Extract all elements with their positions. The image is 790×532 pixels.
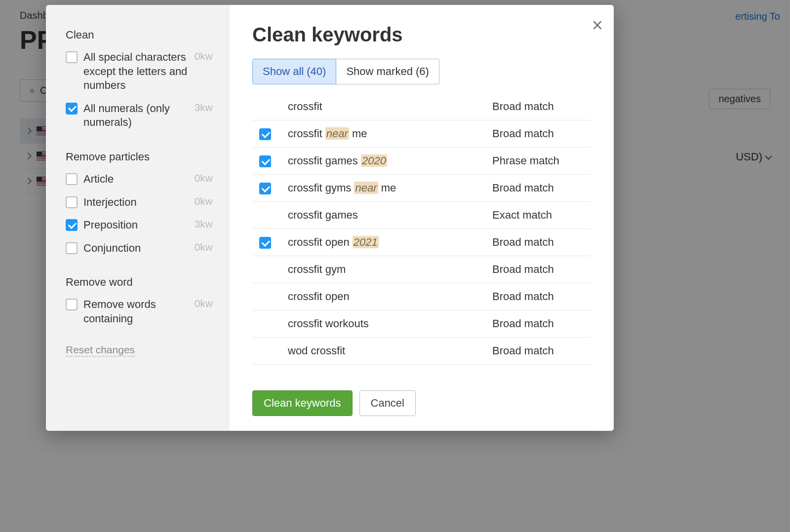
option-label: Preposition xyxy=(83,218,189,232)
checkbox[interactable] xyxy=(259,183,271,194)
clean-keywords-button[interactable]: Clean keywords xyxy=(252,390,353,416)
keyword-match-type: Broad match xyxy=(492,290,591,303)
keyword-row: wod crossfitBroad match xyxy=(252,338,591,365)
option-article[interactable]: Article 0kw xyxy=(66,172,213,187)
highlight: 2020 xyxy=(361,154,387,167)
keyword-match-type: Broad match xyxy=(492,100,591,113)
checkbox[interactable] xyxy=(66,196,78,208)
checkbox[interactable] xyxy=(66,103,78,114)
keyword-text: crossfit open 2021 xyxy=(288,236,492,249)
checkbox[interactable] xyxy=(259,128,271,140)
modal-sidebar: Clean All special characters except the … xyxy=(46,5,230,431)
keyword-row: crossfitBroad match xyxy=(252,93,591,120)
keyword-row: crossfit games 2020Phrase match xyxy=(252,148,591,175)
option-special-chars[interactable]: All special characters except the letter… xyxy=(66,50,213,93)
highlight: near xyxy=(325,127,349,140)
highlight: near xyxy=(354,182,378,194)
option-count: 0kw xyxy=(195,298,213,309)
keyword-row: crossfit gamesExact match xyxy=(252,202,591,229)
section-clean-title: Clean xyxy=(66,29,213,41)
keyword-match-type: Broad match xyxy=(492,317,591,330)
cancel-button[interactable]: Cancel xyxy=(359,390,416,416)
keyword-match-type: Broad match xyxy=(492,127,591,140)
clean-keywords-modal: Clean All special characters except the … xyxy=(46,5,614,431)
keyword-check-col xyxy=(252,182,288,194)
close-icon: × xyxy=(592,15,603,36)
option-count: 0kw xyxy=(195,172,213,184)
keyword-text: crossfit open xyxy=(288,290,492,303)
keyword-row: crossfit workoutsBroad match xyxy=(252,310,591,338)
option-count: 3kw xyxy=(195,102,213,114)
option-preposition[interactable]: Preposition 3kw xyxy=(66,218,213,232)
highlight: 2021 xyxy=(353,236,379,248)
checkbox[interactable] xyxy=(66,219,78,231)
modal-footer: Clean keywords Cancel xyxy=(252,390,591,416)
modal-title: Clean keywords xyxy=(252,24,591,46)
keyword-text: crossfit gym xyxy=(288,263,492,276)
option-label: Remove words containing xyxy=(83,298,189,326)
keyword-check-col xyxy=(252,154,288,167)
keyword-match-type: Exact match xyxy=(492,209,591,222)
keyword-text: crossfit games 2020 xyxy=(288,154,492,167)
option-label: All special characters except the letter… xyxy=(83,50,189,93)
keyword-check-col xyxy=(252,127,288,140)
keyword-text: crossfit xyxy=(288,100,492,113)
keyword-match-type: Broad match xyxy=(492,263,591,276)
option-remove-words[interactable]: Remove words containing 0kw xyxy=(66,298,213,326)
reset-changes-link[interactable]: Reset changes xyxy=(66,344,135,357)
checkbox[interactable] xyxy=(66,51,78,63)
option-label: All numerals (only numerals) xyxy=(83,102,189,130)
checkbox[interactable] xyxy=(66,299,78,310)
keyword-text: crossfit near me xyxy=(288,127,492,140)
keyword-match-type: Broad match xyxy=(492,344,591,357)
keyword-row: crossfit gymBroad match xyxy=(252,256,591,283)
keyword-text: crossfit games xyxy=(288,209,492,222)
tab-group: Show all (40) Show marked (6) xyxy=(252,59,591,84)
tab-show-all[interactable]: Show all (40) xyxy=(252,59,336,84)
section-word-title: Remove word xyxy=(66,276,213,289)
option-count: 0kw xyxy=(195,195,213,207)
keyword-match-type: Broad match xyxy=(492,182,591,194)
keyword-text: crossfit gyms near me xyxy=(288,182,492,194)
checkbox[interactable] xyxy=(66,242,78,254)
keyword-row: crossfit openBroad match xyxy=(252,283,591,310)
keyword-check-col xyxy=(252,236,288,249)
checkbox[interactable] xyxy=(259,237,271,249)
option-numerals[interactable]: All numerals (only numerals) 3kw xyxy=(66,102,213,130)
keyword-row: crossfit gyms near meBroad match xyxy=(252,175,591,202)
option-label: Article xyxy=(83,172,189,187)
option-count: 0kw xyxy=(195,241,213,253)
keyword-match-type: Broad match xyxy=(492,236,591,249)
option-label: Interjection xyxy=(83,195,189,210)
modal-content: × Clean keywords Show all (40) Show mark… xyxy=(230,5,614,431)
option-conjunction[interactable]: Conjunction 0kw xyxy=(66,241,213,256)
keyword-row: crossfit open 2021Broad match xyxy=(252,229,591,256)
keyword-row: crossfit near meBroad match xyxy=(252,120,591,148)
tab-show-marked[interactable]: Show marked (6) xyxy=(336,59,439,84)
close-button[interactable]: × xyxy=(592,16,603,35)
option-interjection[interactable]: Interjection 0kw xyxy=(66,195,213,210)
keyword-list: crossfitBroad matchcrossfit near meBroad… xyxy=(252,93,591,380)
option-count: 3kw xyxy=(195,218,213,230)
section-particles-title: Remove particles xyxy=(66,151,213,163)
option-label: Conjunction xyxy=(83,241,189,256)
checkbox[interactable] xyxy=(259,155,271,167)
keyword-text: wod crossfit xyxy=(288,344,492,357)
keyword-match-type: Phrase match xyxy=(492,154,591,167)
option-count: 0kw xyxy=(195,50,213,62)
keyword-text: crossfit workouts xyxy=(288,317,492,330)
checkbox[interactable] xyxy=(66,173,78,185)
